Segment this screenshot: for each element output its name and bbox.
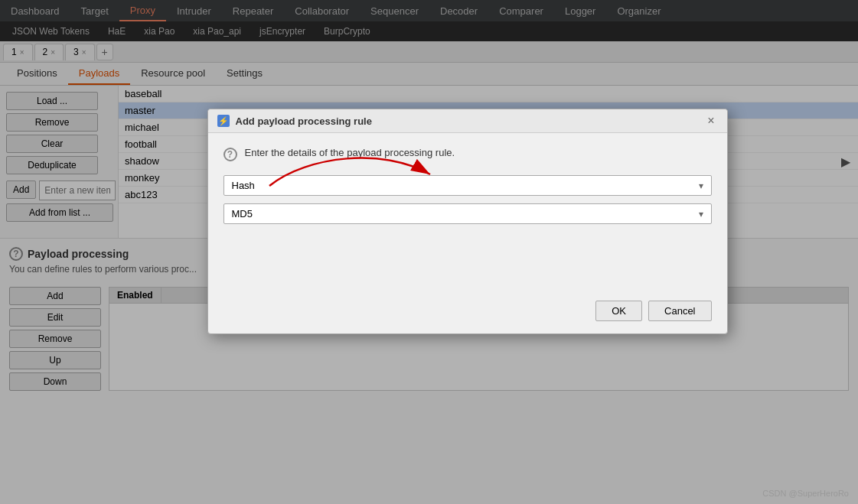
red-arrow-svg [246,132,476,193]
md5-dropdown-row: MD5 ▾ [223,203,712,224]
modal-overlay: ⚡ Add payload processing rule × ? Enter … [0,0,858,504]
modal-close-button[interactable]: × [704,114,717,128]
modal-title-text: Add payload processing rule [236,115,372,127]
modal-icon: ⚡ [217,115,230,127]
red-arrow-area [223,232,712,278]
modal-dialog: ⚡ Add payload processing rule × ? Enter … [207,109,728,334]
modal-cancel-button[interactable]: Cancel [648,301,711,321]
md5-dropdown-arrow: ▾ [699,209,703,219]
modal-footer: OK Cancel [208,291,727,333]
hash-dropdown-arrow: ▾ [699,180,703,191]
modal-help-icon: ? [223,148,237,161]
modal-ok-button[interactable]: OK [595,301,642,321]
modal-body: ? Enter the details of the payload proce… [208,133,727,291]
md5-dropdown[interactable]: MD5 ▾ [223,203,712,224]
modal-title-left: ⚡ Add payload processing rule [217,115,372,127]
md5-dropdown-value: MD5 [232,208,253,219]
watermark: CSDN @SuperHeroRo [762,489,849,498]
modal-titlebar: ⚡ Add payload processing rule × [208,109,727,133]
app: Dashboard Target Proxy Intruder Repeater… [0,0,858,504]
